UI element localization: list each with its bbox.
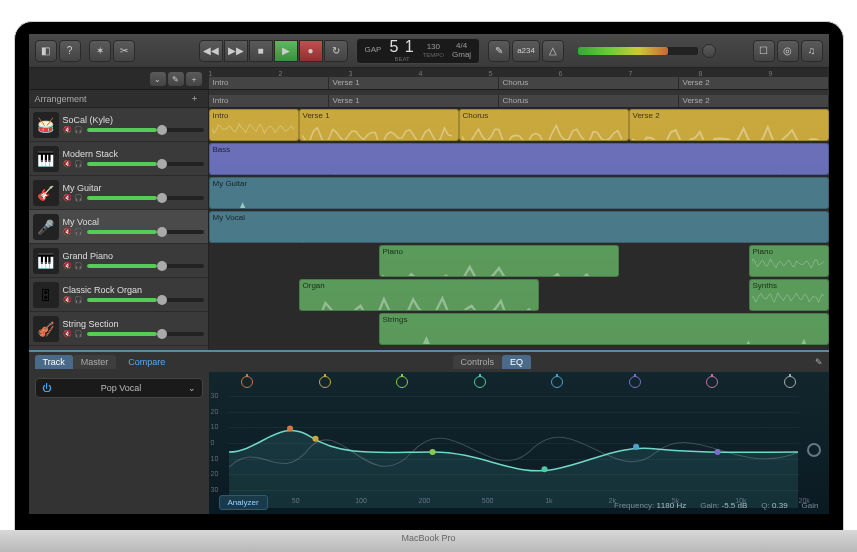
tuner-button[interactable]: a234: [512, 40, 540, 62]
eq-band-button[interactable]: [551, 376, 563, 388]
arrangement-marker[interactable]: Verse 2: [679, 95, 829, 107]
mute-button[interactable]: 🔇: [63, 126, 72, 134]
region[interactable]: My Vocal: [209, 211, 829, 243]
stop-button[interactable]: ■: [249, 40, 273, 62]
mute-button[interactable]: 🔇: [63, 160, 72, 168]
mute-button[interactable]: 🔇: [63, 262, 72, 270]
region-label: My Guitar: [213, 179, 248, 188]
eq-band-button[interactable]: [474, 376, 486, 388]
volume-slider[interactable]: [87, 128, 204, 132]
region[interactable]: Synths: [749, 279, 829, 311]
play-button[interactable]: ▶: [274, 40, 298, 62]
arrangement-marker[interactable]: Chorus: [499, 77, 679, 89]
rewind-button[interactable]: ◀◀: [199, 40, 223, 62]
arrangement-marker[interactable]: Verse 1: [329, 77, 499, 89]
view-menu-button[interactable]: ⌄: [149, 71, 167, 87]
region[interactable]: Verse 2: [629, 109, 829, 141]
volume-slider[interactable]: [87, 264, 204, 268]
eq-band-button[interactable]: [241, 376, 253, 388]
volume-slider[interactable]: [87, 196, 204, 200]
solo-button[interactable]: 🎧: [74, 296, 83, 304]
region[interactable]: Organ: [299, 279, 539, 311]
settings-button[interactable]: ✶: [89, 40, 111, 62]
master-volume-knob[interactable]: [702, 44, 716, 58]
region[interactable]: Piano: [749, 245, 829, 277]
solo-button[interactable]: 🎧: [74, 194, 83, 202]
track-header-list: Arrangement ＋ 🥁SoCal (Kyle)🔇🎧🎹Modern Sta…: [29, 90, 209, 350]
add-track-button[interactable]: ＋: [185, 71, 203, 87]
timeline[interactable]: IntroVerse 1ChorusVerse 2 IntroVerse 1Ch…: [209, 90, 829, 350]
solo-button[interactable]: 🎧: [74, 126, 83, 134]
track-header[interactable]: 🎛Classic Rock Organ🔇🎧: [29, 278, 208, 312]
region[interactable]: Bass: [209, 143, 829, 175]
solo-button[interactable]: 🎧: [74, 262, 83, 270]
region[interactable]: Strings: [379, 313, 829, 345]
metronome-button[interactable]: △: [542, 40, 564, 62]
volume-slider[interactable]: [87, 332, 204, 336]
record-button[interactable]: ●: [299, 40, 323, 62]
tab-master[interactable]: Master: [73, 355, 117, 369]
region[interactable]: Chorus: [459, 109, 629, 141]
eq-band-button[interactable]: [784, 376, 796, 388]
track-name: My Vocal: [63, 217, 204, 227]
mute-button[interactable]: 🔇: [63, 194, 72, 202]
library-button[interactable]: ◧: [35, 40, 57, 62]
loops-button[interactable]: ◎: [777, 40, 799, 62]
solo-button[interactable]: 🎧: [74, 228, 83, 236]
automation-button[interactable]: ✎: [167, 71, 185, 87]
app-window: ◧ ? ✶ ✂ ◀◀ ▶▶ ■ ▶ ● ↻ GAP 5 1BEAT 130TEM…: [29, 34, 829, 514]
track-header[interactable]: 🎹Modern Stack🔇🎧: [29, 142, 208, 176]
cycle-button[interactable]: ↻: [324, 40, 348, 62]
arrangement-marker[interactable]: Intro: [209, 95, 329, 107]
eq-curve: [229, 396, 799, 508]
device-label: MacBook Pro: [0, 530, 857, 552]
eq-gain-knob[interactable]: [807, 443, 821, 457]
track-header[interactable]: 🎸My Guitar🔇🎧: [29, 176, 208, 210]
track-header[interactable]: 🎹Grand Piano🔇🎧: [29, 244, 208, 278]
arrangement-marker[interactable]: Verse 1: [329, 95, 499, 107]
ruler-tick: 9: [769, 70, 773, 77]
ruler-tick: 2: [279, 70, 283, 77]
eq-display[interactable]: 302010010203020501002005001k2k5k10k20k A…: [209, 372, 829, 514]
edit-tool-button[interactable]: ✎: [488, 40, 510, 62]
arrangement-marker[interactable]: Chorus: [499, 95, 679, 107]
arrangement-marker[interactable]: Intro: [209, 77, 329, 89]
mute-button[interactable]: 🔇: [63, 296, 72, 304]
mute-button[interactable]: 🔇: [63, 228, 72, 236]
mute-button[interactable]: 🔇: [63, 330, 72, 338]
quickhelp-button[interactable]: ?: [59, 40, 81, 62]
compare-button[interactable]: Compare: [120, 355, 173, 369]
region-label: Verse 1: [303, 111, 330, 120]
eq-band-button[interactable]: [319, 376, 331, 388]
arrangement-marker[interactable]: Verse 2: [679, 77, 829, 89]
region[interactable]: Verse 1: [299, 109, 459, 141]
volume-slider[interactable]: [87, 230, 204, 234]
draw-tool-button[interactable]: ✎: [810, 357, 828, 367]
volume-slider[interactable]: [87, 298, 204, 302]
media-button[interactable]: ♫: [801, 40, 823, 62]
lcd-display[interactable]: GAP 5 1BEAT 130TEMPO 4/4Gmaj: [356, 38, 481, 64]
volume-slider[interactable]: [87, 162, 204, 166]
eq-readout: Frequency: 1180 Hz Gain: -5.5 dB Q: 0.39…: [614, 501, 818, 510]
tab-controls[interactable]: Controls: [453, 355, 503, 369]
forward-button[interactable]: ▶▶: [224, 40, 248, 62]
region[interactable]: My Guitar: [209, 177, 829, 209]
scissors-button[interactable]: ✂: [113, 40, 135, 62]
eq-band-button[interactable]: [629, 376, 641, 388]
eq-band-button[interactable]: [706, 376, 718, 388]
notepad-button[interactable]: ☐: [753, 40, 775, 62]
track-header[interactable]: 🎻String Section🔇🎧: [29, 312, 208, 346]
analyzer-button[interactable]: Analyzer: [219, 495, 268, 510]
tab-eq[interactable]: EQ: [502, 355, 531, 369]
solo-button[interactable]: 🎧: [74, 330, 83, 338]
track-header[interactable]: 🎤My Vocal🔇🎧: [29, 210, 208, 244]
solo-button[interactable]: 🎧: [74, 160, 83, 168]
eq-band-button[interactable]: [396, 376, 408, 388]
time-ruler[interactable]: 123456789IntroVerse 1ChorusVerse 2: [209, 68, 829, 89]
add-arrangement-marker-button[interactable]: ＋: [188, 92, 202, 105]
region[interactable]: Piano: [379, 245, 619, 277]
tab-track[interactable]: Track: [35, 355, 73, 369]
preset-selector[interactable]: Pop Vocal⌄: [35, 378, 203, 398]
region[interactable]: Intro: [209, 109, 299, 141]
track-header[interactable]: 🥁SoCal (Kyle)🔇🎧: [29, 108, 208, 142]
